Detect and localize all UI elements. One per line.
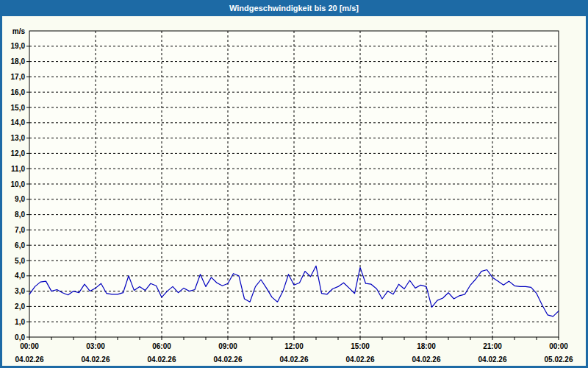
svg-text:17,0: 17,0 bbox=[11, 73, 26, 81]
svg-text:04.02.26: 04.02.26 bbox=[82, 355, 110, 364]
window-title: Windgeschwindigkeit bis 20 [m/s] bbox=[229, 4, 359, 13]
svg-text:04.02.26: 04.02.26 bbox=[15, 355, 44, 364]
wind-speed-chart: 0,01,02,03,04,05,06,07,08,09,010,011,012… bbox=[2, 16, 586, 366]
svg-text:6,0: 6,0 bbox=[15, 241, 25, 250]
svg-text:09:00: 09:00 bbox=[218, 342, 237, 350]
y-axis-labels: 0,01,02,03,04,05,06,07,08,09,010,011,012… bbox=[11, 27, 26, 342]
y-axis-unit: m/s bbox=[12, 27, 26, 35]
svg-text:00:00: 00:00 bbox=[549, 342, 568, 350]
chart-area: 0,01,02,03,04,05,06,07,08,09,010,011,012… bbox=[2, 16, 586, 366]
svg-text:12,0: 12,0 bbox=[11, 149, 26, 158]
svg-text:18,0: 18,0 bbox=[11, 57, 26, 66]
svg-text:10,0: 10,0 bbox=[11, 180, 26, 188]
svg-text:2,0: 2,0 bbox=[15, 302, 25, 311]
svg-text:9,0: 9,0 bbox=[15, 195, 25, 203]
svg-text:8,0: 8,0 bbox=[15, 210, 25, 219]
svg-text:04.02.26: 04.02.26 bbox=[280, 355, 309, 364]
svg-text:19,0: 19,0 bbox=[11, 42, 26, 50]
svg-text:21:00: 21:00 bbox=[483, 342, 502, 350]
svg-text:3,0: 3,0 bbox=[15, 287, 25, 295]
svg-text:16,0: 16,0 bbox=[11, 88, 26, 96]
svg-text:04.02.26: 04.02.26 bbox=[346, 355, 375, 364]
svg-text:06:00: 06:00 bbox=[152, 342, 171, 350]
window: Windgeschwindigkeit bis 20 [m/s] 0,01,02… bbox=[0, 0, 588, 368]
svg-text:15:00: 15:00 bbox=[351, 342, 370, 350]
svg-text:05.02.26: 05.02.26 bbox=[545, 355, 573, 364]
svg-text:0,0: 0,0 bbox=[15, 333, 25, 342]
x-axis-labels: 00:0004.02.2603:0004.02.2606:0004.02.260… bbox=[15, 342, 573, 364]
svg-text:04.02.26: 04.02.26 bbox=[214, 355, 243, 364]
svg-text:15,0: 15,0 bbox=[11, 104, 26, 112]
svg-text:18:00: 18:00 bbox=[417, 342, 436, 350]
svg-text:5,0: 5,0 bbox=[15, 257, 25, 265]
svg-text:13,0: 13,0 bbox=[11, 134, 26, 142]
svg-text:00:00: 00:00 bbox=[20, 342, 39, 350]
svg-text:04.02.26: 04.02.26 bbox=[148, 355, 176, 364]
svg-text:03:00: 03:00 bbox=[86, 342, 105, 350]
svg-text:04.02.26: 04.02.26 bbox=[412, 355, 441, 364]
svg-text:11,0: 11,0 bbox=[11, 165, 25, 173]
svg-text:12:00: 12:00 bbox=[284, 342, 304, 350]
svg-text:7,0: 7,0 bbox=[15, 226, 25, 234]
gridlines bbox=[29, 31, 559, 337]
svg-text:1,0: 1,0 bbox=[15, 318, 25, 326]
svg-text:4,0: 4,0 bbox=[15, 272, 25, 280]
svg-text:14,0: 14,0 bbox=[11, 118, 26, 127]
title-bar: Windgeschwindigkeit bis 20 [m/s] bbox=[0, 0, 588, 16]
svg-text:04.02.26: 04.02.26 bbox=[478, 355, 507, 364]
